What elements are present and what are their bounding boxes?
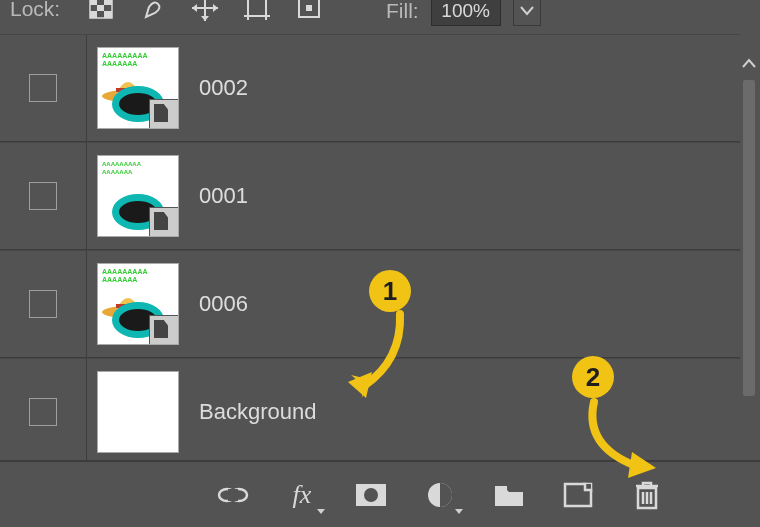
svg-rect-6: [248, 0, 266, 16]
layer-row[interactable]: AAAAAAAAAAAAAAAA 0006: [0, 250, 740, 358]
lock-transparency-icon[interactable]: [84, 0, 118, 23]
svg-rect-5: [104, 11, 112, 18]
lock-artboard-icon[interactable]: [240, 0, 274, 23]
visibility-checkbox[interactable]: [29, 398, 57, 426]
layer-name[interactable]: Background: [189, 399, 740, 425]
lock-pixels-icon[interactable]: [136, 0, 170, 23]
layer-thumbnail: [97, 371, 179, 453]
lock-bar: Lock: Fill: 100%: [0, 0, 760, 34]
adjustment-layer-button[interactable]: [421, 478, 459, 512]
layers-panel: Lock: Fill: 100%: [0, 0, 760, 527]
thumbnail-cell[interactable]: AAAAAAAAAAAAAAAA: [87, 35, 189, 141]
thumbnail-cell[interactable]: AAAAAAAAAAAAAAAA: [87, 143, 189, 249]
layer-name[interactable]: 0001: [189, 183, 740, 209]
visibility-checkbox[interactable]: [29, 74, 57, 102]
lock-position-icon[interactable]: [188, 0, 222, 23]
layer-thumbnail: AAAAAAAAAAAAAAAA: [97, 47, 179, 129]
svg-rect-4: [90, 11, 97, 18]
visibility-checkbox[interactable]: [29, 290, 57, 318]
layer-row[interactable]: Background: [0, 358, 740, 466]
layers-list: AAAAAAAAAAAAAAAA 0002 AAAAAAAAAAAAAAAA 0…: [0, 34, 740, 466]
new-layer-button[interactable]: [559, 478, 597, 512]
smart-object-badge: [149, 99, 178, 128]
callout-2: 2: [572, 356, 614, 398]
svg-rect-3: [97, 5, 104, 11]
new-group-button[interactable]: [490, 478, 528, 512]
link-layers-button[interactable]: [214, 478, 252, 512]
visibility-cell[interactable]: [0, 251, 87, 357]
svg-rect-1: [90, 0, 97, 5]
thumbnail-cell[interactable]: [87, 359, 189, 465]
bottom-toolbar: fx: [0, 460, 760, 527]
layer-row[interactable]: AAAAAAAAAAAAAAAA 0001: [0, 142, 740, 250]
fill-label: Fill:: [386, 0, 419, 23]
scrollbar-thumb[interactable]: [743, 80, 755, 396]
delete-layer-button[interactable]: [628, 478, 666, 512]
thumbnail-cell[interactable]: AAAAAAAAAAAAAAAA: [87, 251, 189, 357]
visibility-checkbox[interactable]: [29, 182, 57, 210]
visibility-cell[interactable]: [0, 359, 87, 465]
layer-name[interactable]: 0002: [189, 75, 740, 101]
layer-style-button[interactable]: fx: [283, 478, 321, 512]
svg-point-17: [364, 488, 378, 502]
layer-row[interactable]: AAAAAAAAAAAAAAAA 0002: [0, 34, 740, 142]
svg-rect-2: [104, 0, 112, 5]
fill-dropdown[interactable]: [513, 0, 541, 26]
scrollbar[interactable]: [740, 36, 758, 458]
lock-label: Lock:: [10, 0, 60, 21]
layer-thumbnail: AAAAAAAAAAAAAAAA: [97, 155, 179, 237]
layer-mask-button[interactable]: [352, 478, 390, 512]
scroll-up-icon[interactable]: [740, 56, 758, 70]
callout-1: 1: [369, 270, 411, 312]
layer-thumbnail: AAAAAAAAAAAAAAAA: [97, 263, 179, 345]
visibility-cell[interactable]: [0, 35, 87, 141]
svg-rect-19: [495, 486, 507, 490]
smart-object-badge: [149, 315, 178, 344]
fill-control: Fill: 100%: [386, 0, 541, 26]
fill-value-field[interactable]: 100%: [431, 0, 501, 26]
lock-icons: [84, 0, 326, 23]
svg-rect-15: [228, 489, 238, 501]
layer-name[interactable]: 0006: [189, 291, 740, 317]
smart-object-badge: [149, 207, 178, 236]
svg-rect-8: [306, 5, 312, 11]
visibility-cell[interactable]: [0, 143, 87, 249]
lock-all-icon[interactable]: [292, 0, 326, 23]
